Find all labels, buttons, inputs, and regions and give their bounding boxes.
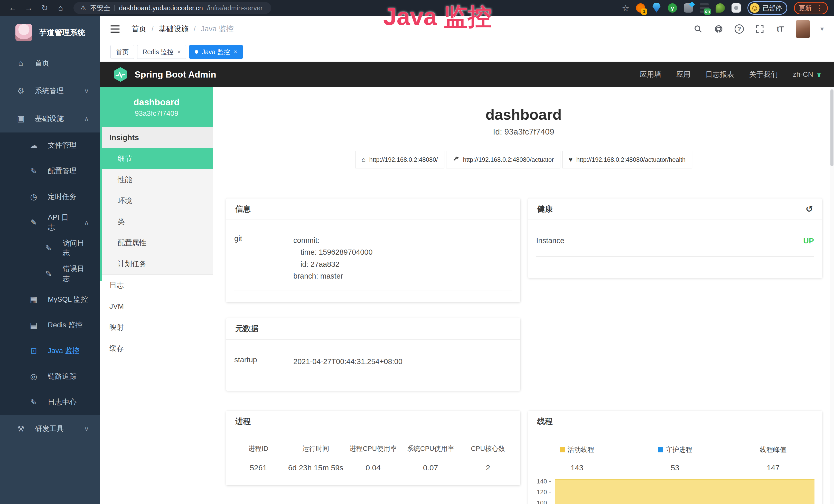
caret-down-icon[interactable]: ▾ [820,25,824,33]
monitor-icon: ▣ [16,114,26,123]
avatar[interactable] [796,20,810,38]
security-warning-icon[interactable]: ⚠ [80,4,86,12]
subnav-item-jvm[interactable]: JVM [100,296,213,317]
subnav-item-metrics[interactable]: 性能 [100,169,213,190]
font-size-icon[interactable]: tT [775,24,786,34]
content-scrollbar[interactable] [830,87,834,504]
extension-icon-pin[interactable] [652,3,661,13]
sidebar-item-trace[interactable]: ◎ 链路追踪 [0,364,100,389]
sidebar-logo-row[interactable]: 芋道管理系统 [0,16,100,49]
tab-redis-monitor[interactable]: Redis 监控 × [137,45,186,59]
sidebar-item-infra[interactable]: ▣ 基础设施 ∧ [0,105,100,133]
app-logo [16,24,32,41]
extension-icon-grid[interactable] [684,3,693,13]
chrome-update-button[interactable]: 更新 ⋮ [794,2,828,15]
subnav-item-details[interactable]: 细节 [100,148,213,169]
address-bar[interactable]: ⚠ 不安全 dashboard.yudao.iocoder.cn/infra/a… [73,2,271,14]
url-path[interactable]: /infra/admin-server [207,4,263,12]
url-host[interactable]: dashboard.yudao.iocoder.cn [119,4,203,12]
subnav-item-caches[interactable]: 缓存 [100,338,213,359]
breadcrumb: 首页 / 基础设施 / Java 监控 [132,24,234,34]
cell-value: 5261 [229,463,287,472]
close-icon[interactable]: × [177,48,181,55]
extensions-puzzle-icon[interactable] [731,3,741,13]
sidebar-item-error-log[interactable]: ✎ 错误日志 [0,261,100,287]
subnav-item-classes[interactable]: 类 [100,211,213,232]
sidebar-item-system[interactable]: ⚙ 系统管理 ∨ [0,77,100,105]
subnav-item-env[interactable]: 环境 [100,190,213,211]
language-select[interactable]: zh-CN ∨ [793,70,822,78]
sba-brand-title[interactable]: Spring Boot Admin [135,69,216,79]
tab-label: 首页 [116,48,129,56]
sba-link-applications[interactable]: 应用 [676,70,691,79]
hamburger-icon[interactable] [110,25,120,32]
sidebar-item-label: Java 监控 [48,346,79,356]
subnav-item-scheduled-tasks[interactable]: 计划任务 [100,253,213,274]
sidebar-item-home[interactable]: ⌂ 首页 [0,49,100,77]
chevron-down-icon: ∨ [84,87,89,95]
health-url: http://192.168.0.2:48080/actuator/health [576,156,686,163]
service-url-button[interactable]: ⌂ http://192.168.0.2:48080/ [355,151,444,168]
sba-link-wallboard[interactable]: 应用墙 [640,70,661,79]
subnav-scrollbar[interactable] [100,127,102,281]
search-icon[interactable] [693,24,703,34]
legend-label: 活动线程 [567,445,594,454]
tab-java-monitor[interactable]: Java 监控 × [189,45,243,59]
close-icon[interactable]: × [234,48,237,55]
subnav-item-logs[interactable]: 日志 [100,275,213,296]
update-label: 更新 [799,4,812,12]
sidebar-item-api-log[interactable]: ✎ API 日志 ∧ [0,209,100,235]
github-icon[interactable] [714,24,724,34]
sidebar-item-java-monitor[interactable]: ⊡ Java 监控 [0,338,100,364]
sidebar-item-label: 系统管理 [35,86,64,96]
sidebar-item-mysql[interactable]: ▦ MySQL 监控 [0,287,100,312]
sba-link-journal[interactable]: 日志报表 [706,70,734,79]
help-icon[interactable]: ? [734,24,744,34]
extension-icon-orange[interactable]: 1 [636,3,645,13]
scrollbar-thumb[interactable] [830,89,833,166]
chevron-down-icon: ∨ [816,71,822,78]
health-url-button[interactable]: ♥ http://192.168.0.2:48080/actuator/heal… [562,151,692,168]
sidebar-item-log-center[interactable]: ✎ 日志中心 [0,389,100,415]
cell-value: 0.07 [402,463,460,472]
extension-icon-y[interactable]: y [668,3,677,13]
cloud-upload-icon: ☁ [29,141,39,150]
sidebar-item-label: 链路追踪 [48,371,76,381]
bookmark-star-icon[interactable]: ☆ [622,3,629,13]
sidebar-item-config[interactable]: ✎ 配置管理 [0,158,100,184]
cards-right-column: 健康 ↺ Instance UP [528,199,822,504]
profile-avatar-emoji: ☺ [750,3,760,13]
process-col-pid: 进程ID 5261 [229,444,287,472]
sidebar-item-redis[interactable]: ▤ Redis 监控 [0,312,100,338]
breadcrumb-infra[interactable]: 基础设施 [159,24,189,34]
sidebar-item-label: 错误日志 [63,264,89,283]
y-tick: 140 [536,478,551,485]
actuator-url-button[interactable]: http://192.168.0.2:48080/actuator [446,151,560,168]
sidebar-item-access-log[interactable]: ✎ 访问日志 [0,235,100,261]
database-icon: ▦ [29,295,39,304]
forward-icon[interactable]: → [22,3,36,13]
subnav-item-mappings[interactable]: 映射 [100,317,213,338]
tab-home[interactable]: 首页 [110,45,134,59]
profile-paused-pill[interactable]: ☺ 已暂停 [747,1,787,15]
extension-icon-switch[interactable]: on [700,3,709,13]
breadcrumb-home[interactable]: 首页 [132,24,147,34]
home-icon: ⌂ [361,156,366,164]
layers-icon: ▤ [29,320,39,330]
security-label[interactable]: 不安全 [90,4,110,13]
extension-icon-leaf[interactable] [716,3,725,13]
subnav-item-configprops[interactable]: 配置属性 [100,232,213,253]
refresh-icon[interactable]: ↻ [38,3,51,13]
instance-header[interactable]: dashboard 93a3fc7f7409 [100,87,213,127]
sidebar-item-label: 基础设施 [35,114,64,123]
fullscreen-icon[interactable] [755,24,765,34]
sidebar-item-jobs[interactable]: ◷ 定时任务 [0,184,100,209]
sidebar-item-devtools[interactable]: ⚒ 研发工具 ∨ [0,415,100,443]
sidebar-item-files[interactable]: ☁ 文件管理 [0,133,100,158]
history-icon[interactable]: ↺ [806,204,813,214]
browser-menu-icon[interactable]: ⋮ [816,4,823,12]
sba-link-about[interactable]: 关于我们 [749,70,778,79]
browser-home-icon[interactable]: ⌂ [54,3,67,13]
java-monitor-icon: ⊡ [29,346,39,356]
back-icon[interactable]: ← [6,3,20,13]
